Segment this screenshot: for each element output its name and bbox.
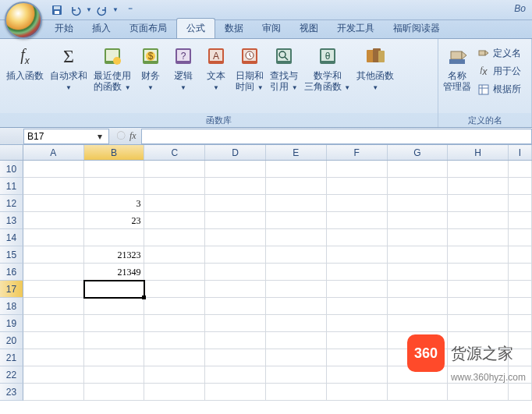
cell-A15[interactable] — [23, 246, 84, 264]
cell-D23[interactable] — [205, 384, 266, 401]
autosum-button[interactable]: Σ 自动求和▼ — [47, 42, 90, 95]
cell-B14[interactable] — [84, 229, 145, 246]
cell-H20[interactable] — [448, 332, 509, 349]
col-header-G[interactable]: G — [388, 145, 449, 160]
other-functions-button[interactable]: 其他函数▼ — [353, 42, 397, 95]
tab-insert[interactable]: 插入 — [83, 19, 120, 38]
cell-H18[interactable] — [448, 298, 509, 315]
office-button[interactable] — [5, 2, 42, 39]
cell-B16[interactable]: 21349 — [84, 264, 145, 281]
row-header[interactable]: 10 — [0, 161, 23, 178]
cell-C11[interactable] — [144, 178, 205, 195]
cell-F15[interactable] — [327, 246, 388, 264]
cell-C18[interactable] — [144, 298, 205, 315]
cell-B11[interactable] — [84, 178, 145, 195]
cell-A11[interactable] — [23, 178, 84, 195]
cell-C10[interactable] — [144, 161, 205, 178]
name-manager-button[interactable]: 名称 管理器 — [440, 42, 474, 94]
cell-G23[interactable] — [388, 384, 449, 401]
cell-G17[interactable] — [388, 281, 449, 298]
cell-E19[interactable] — [266, 315, 327, 332]
create-from-selection-button[interactable]: 根据所 — [474, 81, 524, 97]
qat-customize-icon[interactable]: ⁼ — [125, 5, 136, 16]
cell-F12[interactable] — [327, 195, 388, 212]
cell-C14[interactable] — [144, 229, 205, 246]
cell-H19[interactable] — [448, 315, 509, 332]
row-header[interactable]: 13 — [0, 212, 23, 229]
cell-D22[interactable] — [205, 366, 266, 384]
save-button[interactable] — [48, 2, 66, 18]
cell-G12[interactable] — [388, 195, 449, 212]
cell-B13[interactable]: 23 — [84, 212, 145, 229]
cell-B22[interactable] — [84, 366, 145, 384]
cell-G20[interactable] — [388, 332, 449, 349]
col-header-C[interactable]: C — [144, 145, 205, 160]
cell-G15[interactable] — [388, 246, 449, 264]
cell-H13[interactable] — [448, 212, 509, 229]
cell-A19[interactable] — [23, 315, 84, 332]
cell-E16[interactable] — [266, 264, 327, 281]
tab-developer[interactable]: 开发工具 — [328, 19, 384, 38]
cell-D15[interactable] — [205, 246, 266, 264]
cell-I20[interactable] — [509, 332, 532, 349]
cell-F10[interactable] — [327, 161, 388, 178]
cell-E10[interactable] — [266, 161, 327, 178]
row-header[interactable]: 17 — [0, 281, 23, 298]
cell-F22[interactable] — [327, 366, 388, 384]
cell-C17[interactable] — [144, 281, 205, 298]
cell-B10[interactable] — [84, 161, 145, 178]
cell-G16[interactable] — [388, 264, 449, 281]
cell-F17[interactable] — [327, 281, 388, 298]
cell-H23[interactable] — [448, 384, 509, 401]
col-header-E[interactable]: E — [266, 145, 327, 160]
cell-G11[interactable] — [388, 178, 449, 195]
row-header[interactable]: 18 — [0, 298, 23, 315]
tab-review[interactable]: 审阅 — [253, 19, 290, 38]
cell-C16[interactable] — [144, 264, 205, 281]
cell-E22[interactable] — [266, 366, 327, 384]
cell-H14[interactable] — [448, 229, 509, 246]
formula-input[interactable] — [141, 129, 532, 144]
cell-C15[interactable] — [144, 246, 205, 264]
name-box[interactable]: B17 ▾ — [23, 129, 109, 144]
cell-D20[interactable] — [205, 332, 266, 349]
col-header-D[interactable]: D — [205, 145, 266, 160]
col-header-H[interactable]: H — [448, 145, 509, 160]
cell-I13[interactable] — [509, 212, 532, 229]
name-box-dropdown-icon[interactable]: ▾ — [94, 131, 105, 142]
col-header-B[interactable]: B — [84, 145, 145, 160]
tab-foxit[interactable]: 福昕阅读器 — [384, 19, 449, 38]
cell-H10[interactable] — [448, 161, 509, 178]
cell-C20[interactable] — [144, 332, 205, 349]
cell-H15[interactable] — [448, 246, 509, 264]
cell-D21[interactable] — [205, 349, 266, 366]
logical-button[interactable]: ? 逻辑▼ — [167, 42, 200, 95]
cell-G14[interactable] — [388, 229, 449, 246]
lookup-button[interactable]: 查找与 引用 ▼ — [267, 42, 301, 95]
cell-I10[interactable] — [509, 161, 532, 178]
redo-dropdown-icon[interactable]: ▼ — [112, 6, 119, 13]
undo-dropdown-icon[interactable]: ▼ — [86, 6, 92, 13]
cell-H12[interactable] — [448, 195, 509, 212]
cell-A17[interactable] — [23, 281, 84, 298]
fx-button[interactable]: fx — [129, 130, 137, 142]
cell-F11[interactable] — [327, 178, 388, 195]
cell-H22[interactable] — [448, 366, 509, 384]
cell-B17[interactable] — [84, 281, 145, 298]
cell-D17[interactable] — [205, 281, 266, 298]
cell-A22[interactable] — [23, 366, 84, 384]
row-header[interactable]: 15 — [0, 246, 23, 264]
cell-I15[interactable] — [509, 246, 532, 264]
cell-E15[interactable] — [266, 246, 327, 264]
row-header[interactable]: 21 — [0, 349, 23, 366]
cell-G13[interactable] — [388, 212, 449, 229]
cell-F20[interactable] — [327, 332, 388, 349]
text-button[interactable]: A 文本▼ — [200, 42, 232, 95]
cell-I22[interactable] — [509, 366, 532, 384]
cell-D13[interactable] — [205, 212, 266, 229]
cell-C19[interactable] — [144, 315, 205, 332]
row-header[interactable]: 19 — [0, 315, 23, 332]
cell-B15[interactable]: 21323 — [84, 246, 145, 264]
cell-D19[interactable] — [205, 315, 266, 332]
cell-D12[interactable] — [205, 195, 266, 212]
